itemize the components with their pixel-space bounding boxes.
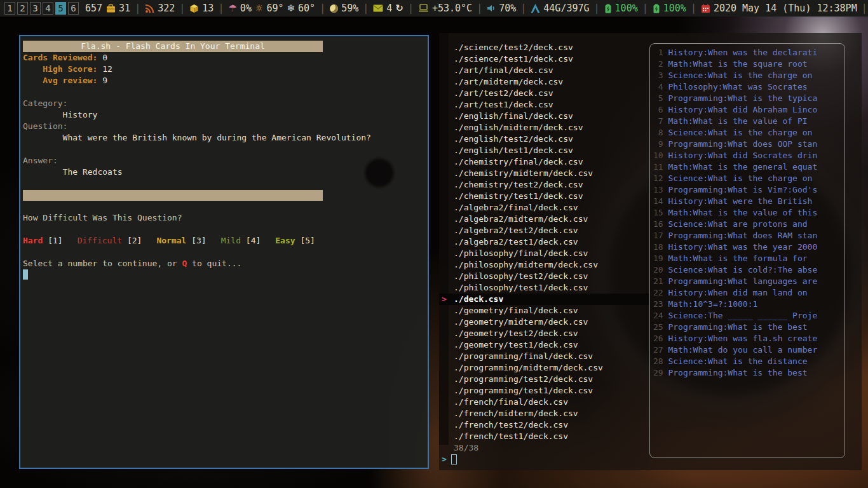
preview-line: 3Science:What is the charge on — [653, 70, 844, 81]
stat-label: High Score: — [23, 64, 97, 75]
workspace-2[interactable]: 2 — [17, 2, 28, 15]
preview-line: 1History:When was the declarati — [653, 47, 844, 58]
workspace-3[interactable]: 3 — [30, 2, 41, 15]
file-row[interactable]: ./geometry/final/deck.csv — [439, 305, 649, 316]
selection-pointer — [439, 385, 449, 396]
file-row[interactable]: ./french/final/deck.csv — [439, 396, 649, 408]
file-row[interactable]: ./philosophy/test2/deck.csv — [439, 271, 649, 282]
battery1-value: 100% — [615, 3, 638, 14]
difficulty-option-difficult[interactable]: Difficult [2] — [78, 236, 142, 245]
deck-preview-pane: 1History:When was the declarati2Math:Wha… — [649, 43, 845, 458]
line-number: 5 — [653, 93, 663, 104]
file-row[interactable]: ./programming/test2/deck.csv — [439, 374, 649, 385]
moon-segment: 59% — [330, 3, 358, 14]
fzf-prompt-row[interactable]: > — [439, 454, 649, 465]
file-row[interactable]: ./art/test1/deck.csv — [439, 99, 649, 111]
file-row[interactable]: ./english/test2/deck.csv — [439, 133, 649, 145]
difficulty-key: [2] — [122, 236, 142, 245]
separator: | — [408, 3, 414, 14]
workspace-1[interactable]: 1 — [4, 2, 15, 15]
workspace-5[interactable]: 5 — [55, 2, 66, 15]
preview-line: 5Programming:What is the typica — [653, 93, 844, 104]
card-text: Science:What are protons and — [668, 219, 807, 229]
preview-line: 25Programming:What is the best — [653, 322, 844, 333]
card-text: Math:What is the square root — [668, 59, 807, 69]
difficulty-option-easy[interactable]: Easy [5] — [275, 236, 315, 245]
file-row[interactable]: ./geometry/midterm/deck.csv — [439, 316, 649, 328]
file-row[interactable]: ./philosophy/final/deck.csv — [439, 248, 649, 259]
file-row[interactable]: ./algebra2/midterm/deck.csv — [439, 214, 649, 225]
difficulty-option-mild[interactable]: Mild [4] — [221, 236, 261, 245]
file-row[interactable]: ./english/midterm/deck.csv — [439, 122, 649, 133]
mail-icon — [373, 4, 383, 12]
selection-pointer — [439, 248, 449, 259]
file-name: ./english/final/deck.csv — [449, 111, 573, 122]
file-row[interactable]: ./english/test1/deck.csv — [439, 145, 649, 156]
file-row[interactable]: ./algebra2/test2/deck.csv — [439, 225, 649, 236]
line-number: 19 — [653, 253, 663, 264]
file-row[interactable]: ./chemistry/test2/deck.csv — [439, 179, 649, 191]
file-row[interactable]: ./programming/test1/deck.csv — [439, 385, 649, 396]
file-row[interactable]: ./art/midterm/deck.csv — [439, 76, 649, 88]
card-text: Programming:What is the best — [668, 368, 807, 377]
file-row[interactable]: ./geometry/test2/deck.csv — [439, 328, 649, 339]
line-number: 1 — [653, 47, 663, 58]
file-row[interactable]: ./philosophy/midterm/deck.csv — [439, 259, 649, 271]
separator: | — [218, 3, 224, 14]
line-number: 26 — [653, 333, 663, 344]
file-row[interactable]: ./english/final/deck.csv — [439, 111, 649, 122]
battery1-segment: 100% — [604, 3, 638, 14]
selection-pointer — [439, 179, 449, 191]
file-row[interactable]: ./french/midterm/deck.csv — [439, 408, 649, 419]
file-row[interactable]: ./french/test1/deck.csv — [439, 431, 649, 442]
cpu-temp-value: +53.0°C — [432, 3, 472, 14]
file-row[interactable]: ./science/test2/deck.csv — [439, 42, 649, 53]
file-row[interactable]: ./algebra2/final/deck.csv — [439, 202, 649, 214]
file-row[interactable]: ./algebra2/test1/deck.csv — [439, 236, 649, 248]
line-number: 3 — [653, 70, 663, 81]
card-text: Programming:What is Vim?:God's — [668, 185, 817, 194]
temp-high: 69° — [266, 3, 283, 14]
difficulty-option-hard[interactable]: Hard [1] — [23, 236, 63, 245]
file-row[interactable]: ./programming/final/deck.csv — [439, 351, 649, 362]
preview-line: 17Programming:What does RAM stan — [653, 230, 844, 241]
task-counter: 657 — [85, 3, 102, 14]
difficulty-option-normal[interactable]: Normal [3] — [156, 236, 206, 245]
deck-file-list: ./science/test2/deck.csv ./science/test1… — [439, 42, 649, 465]
line-number: 11 — [653, 161, 663, 173]
workspace-4[interactable]: 4 — [43, 2, 53, 15]
terminal-cursor[interactable] — [23, 269, 28, 280]
disk-segment: 44G/397G — [531, 3, 589, 14]
stat-value: 0 — [102, 53, 107, 62]
file-row[interactable]: ./art/test2/deck.csv — [439, 88, 649, 99]
line-number: 18 — [653, 241, 663, 253]
file-row[interactable]: ./chemistry/final/deck.csv — [439, 156, 649, 168]
selection-pointer — [439, 259, 449, 271]
arch-linux-icon — [531, 4, 540, 13]
file-row-selected[interactable]: >./deck.csv — [439, 294, 649, 305]
file-row[interactable]: ./philosophy/test1/deck.csv — [439, 282, 649, 294]
file-name: ./programming/final/deck.csv — [449, 351, 593, 362]
file-row[interactable]: ./french/test2/deck.csv — [439, 419, 649, 431]
file-row[interactable]: ./geometry/test1/deck.csv — [439, 339, 649, 351]
selection-pointer — [439, 282, 449, 294]
preview-line: 4Philosophy:What was Socrates — [653, 81, 844, 93]
file-row[interactable]: ./chemistry/midterm/deck.csv — [439, 168, 649, 179]
file-row[interactable]: ./art/final/deck.csv — [439, 65, 649, 76]
briefcase-icon — [106, 4, 116, 13]
card-text: Science:What is cold?:The abse — [668, 265, 817, 274]
line-number: 13 — [653, 184, 663, 196]
fzf-terminal-window[interactable]: ./science/test2/deck.csv ./science/test1… — [439, 33, 862, 470]
file-row[interactable]: ./science/test1/deck.csv — [439, 53, 649, 65]
fzf-cursor[interactable] — [451, 454, 457, 464]
stat-row: Cards Reviewed:0 — [23, 52, 425, 64]
file-row[interactable]: ./chemistry/test1/deck.csv — [439, 191, 649, 202]
flash-terminal-window[interactable]: Fla.sh - Flash Cards In Your Terminal Ca… — [19, 35, 429, 469]
selection-pointer — [439, 339, 449, 351]
file-name: ./philosophy/final/deck.csv — [449, 248, 588, 259]
workspace-6[interactable]: 6 — [68, 2, 79, 15]
refresh-icon[interactable]: ↻ — [395, 4, 403, 13]
preview-line: 12Science:What is the charge on — [653, 173, 844, 184]
file-row[interactable]: ./programming/midterm/deck.csv — [439, 362, 649, 374]
selection-pointer — [439, 236, 449, 248]
